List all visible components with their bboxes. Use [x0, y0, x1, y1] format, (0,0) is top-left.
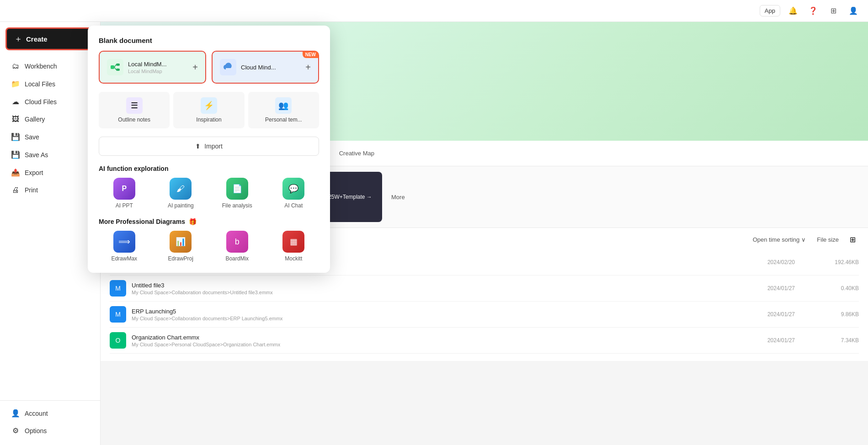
- ai-painting-label: AI painting: [168, 202, 194, 209]
- svg-rect-2: [116, 69, 120, 71]
- create-button[interactable]: ＋ Create: [5, 27, 95, 50]
- file-path-2: My Cloud Space>Collaboration documents>E…: [132, 316, 740, 321]
- file-icon-1: M: [110, 280, 126, 297]
- personal-icon: 👥: [275, 97, 292, 114]
- sidebar-label-save-as: Save As: [25, 151, 48, 159]
- edrawmax-item[interactable]: ⟹ EdrawMax: [99, 231, 150, 262]
- file-info-2: ERP Launching5 My Cloud Space>Collaborat…: [132, 308, 740, 321]
- import-icon: ⬆: [195, 143, 201, 150]
- sidebar-item-print[interactable]: 🖨 Print: [4, 182, 96, 198]
- app-button[interactable]: App: [760, 5, 780, 16]
- save-as-icon: 💾: [11, 150, 20, 159]
- help-button[interactable]: ❓: [806, 4, 820, 18]
- edrawproj-item[interactable]: 📊 EdrawProj: [155, 231, 207, 262]
- svg-rect-0: [111, 65, 114, 69]
- account-icon: 👤: [11, 409, 20, 418]
- notification-button[interactable]: 🔔: [786, 4, 800, 18]
- grid-view-icon[interactable]: ⊞: [850, 235, 859, 244]
- file-size-2: 9.86KB: [813, 311, 859, 318]
- local-files-icon: 📁: [11, 79, 20, 88]
- ai-chat-item[interactable]: 💬 AI Chat: [268, 178, 320, 209]
- mockitt-item[interactable]: ▦ Mockitt: [268, 231, 320, 262]
- ai-tools-grid: P AI PPT 🖌 AI painting 📄 File analysis 💬…: [99, 178, 319, 209]
- boardmix-icon: b: [226, 231, 248, 253]
- workbench-icon: 🗂: [11, 62, 20, 70]
- sidebar-label-local-files: Local Files: [25, 80, 55, 88]
- grid-button[interactable]: ⊞: [826, 4, 841, 18]
- create-label: Create: [26, 35, 48, 43]
- ai-ppt-icon: P: [113, 178, 135, 200]
- file-name-3: Organization Chart.emmx: [132, 334, 740, 341]
- export-icon: 📤: [11, 168, 20, 177]
- app-label: App: [765, 7, 775, 14]
- sidebar-item-save[interactable]: 💾 Save: [4, 128, 96, 145]
- options-icon: ⚙: [11, 426, 20, 435]
- sidebar-item-workbench[interactable]: 🗂 Workbench: [4, 58, 96, 74]
- edrawproj-icon: 📊: [170, 231, 192, 253]
- edrawmax-label: EdrawMax: [111, 255, 137, 262]
- table-row: M Untitled file3 My Cloud Space>Collabor…: [110, 275, 859, 302]
- gift-icon: 🎁: [189, 218, 197, 225]
- create-dropdown: Blank document Local MindM... Local Mind…: [88, 26, 330, 273]
- template-more-label: 25W+Template →: [325, 194, 376, 200]
- boardmix-item[interactable]: b BoardMix: [212, 231, 263, 262]
- import-button[interactable]: ⬆ Import: [99, 137, 319, 156]
- local-mindmap-sublabel: Local MindMap: [128, 69, 167, 74]
- sidebar-label-export: Export: [25, 169, 43, 176]
- ai-ppt-item[interactable]: P AI PPT: [99, 178, 150, 209]
- mockitt-icon: ▦: [282, 231, 304, 253]
- save-icon: 💾: [11, 132, 20, 141]
- sidebar-item-export[interactable]: 📤 Export: [4, 164, 96, 181]
- sort-button[interactable]: Open time sorting ∨: [753, 236, 806, 243]
- cloud-files-icon: ☁: [11, 97, 20, 106]
- import-label: Import: [204, 143, 223, 150]
- pro-title-text: More Professional Diagrams: [99, 218, 185, 225]
- ai-section-title: AI function exploration: [99, 165, 319, 172]
- ai-painting-item[interactable]: 🖌 AI painting: [155, 178, 207, 209]
- boardmix-label: BoardMix: [225, 255, 249, 262]
- inspiration-item[interactable]: ⚡ Inspiration: [173, 92, 244, 128]
- local-mindmap-label: Local MindM...: [128, 61, 167, 68]
- sidebar-item-cloud-files[interactable]: ☁ Cloud Files: [4, 93, 96, 110]
- sidebar-item-account[interactable]: 👤 Account: [4, 405, 96, 422]
- cloud-mindmap-card[interactable]: NEW Cloud Mind... +: [212, 51, 319, 84]
- table-row: M ERP Launching5 My Cloud Space>Collabor…: [110, 302, 859, 328]
- tab-creative-map[interactable]: Creative Map: [332, 146, 382, 160]
- local-mindmap-card[interactable]: Local MindM... Local MindMap +: [99, 51, 206, 84]
- local-mindmap-icon: [107, 59, 123, 75]
- user-button[interactable]: 👤: [846, 4, 861, 18]
- sidebar-item-local-files[interactable]: 📁 Local Files: [4, 75, 96, 92]
- sort-label: Open time sorting: [753, 236, 800, 243]
- file-analysis-label: File analysis: [222, 202, 252, 209]
- sidebar-label-workbench: Workbench: [25, 63, 57, 70]
- file-date-0: 2024/02/20: [740, 259, 795, 265]
- other-docs-grid: ☰ Outline notes ⚡ Inspiration 👥 Personal…: [99, 92, 319, 128]
- sidebar-item-save-as[interactable]: 💾 Save As: [4, 146, 96, 163]
- sidebar-label-gallery: Gallery: [25, 116, 45, 123]
- sort-chevron-icon: ∨: [801, 236, 806, 243]
- svg-line-3: [114, 65, 116, 68]
- sidebar-label-save: Save: [25, 133, 39, 141]
- more-templates-btn[interactable]: More: [388, 172, 409, 222]
- sidebar-label-cloud-files: Cloud Files: [25, 98, 57, 106]
- cloud-mindmap-label: Cloud Mind...: [241, 64, 276, 71]
- sidebar-item-options[interactable]: ⚙ Options: [4, 422, 96, 439]
- plus-icon: ＋: [14, 33, 22, 44]
- local-mindmap-plus-icon: +: [192, 62, 198, 73]
- file-analysis-icon: 📄: [226, 178, 248, 200]
- sidebar: ＋ Create 🗂 Workbench 📁 Local Files ☁ Clo…: [0, 22, 101, 445]
- file-date-3: 2024/01/27: [740, 337, 795, 344]
- sidebar-item-gallery[interactable]: 🖼 Gallery: [4, 111, 96, 127]
- file-path-1: My Cloud Space>Collaboration documents>U…: [132, 290, 740, 295]
- file-analysis-item[interactable]: 📄 File analysis: [212, 178, 263, 209]
- file-icon-2: M: [110, 306, 126, 323]
- more-label: More: [391, 194, 405, 201]
- cloud-mindmap-icon: [220, 59, 236, 75]
- file-size-0: 192.46KB: [813, 259, 859, 265]
- print-icon: 🖨: [11, 186, 20, 194]
- outline-notes-item[interactable]: ☰ Outline notes: [99, 92, 170, 128]
- ai-painting-icon: 🖌: [170, 178, 192, 200]
- personal-template-item[interactable]: 👥 Personal tem...: [248, 92, 319, 128]
- outline-icon: ☰: [126, 97, 143, 114]
- file-size-1: 0.40KB: [813, 285, 859, 291]
